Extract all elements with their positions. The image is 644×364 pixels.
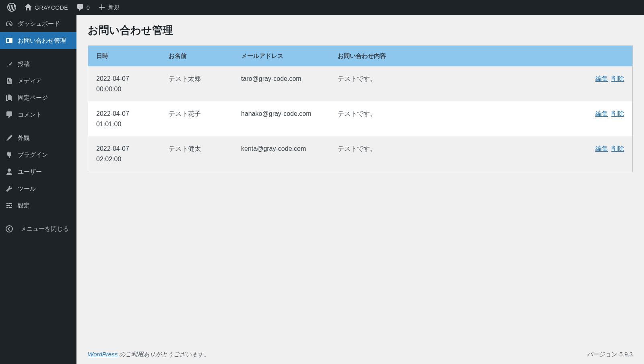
- sidebar-item-users[interactable]: ユーザー: [0, 163, 76, 180]
- comment-icon: [76, 3, 84, 12]
- sidebar-item-label: コメント: [18, 111, 42, 119]
- dashboard-icon: [5, 19, 14, 28]
- sidebar-item-label: 投稿: [18, 60, 30, 68]
- table-header-row: 日時 お名前 メールアドレス お問い合わせ内容: [88, 46, 632, 66]
- table-row: 2022-04-0700:00:00テスト太郎taro@gray-code.co…: [88, 66, 632, 101]
- pin-icon: [5, 60, 14, 68]
- cell-actions: 編集削除: [568, 136, 632, 171]
- col-header-actions: [568, 46, 632, 66]
- cell-actions: 編集削除: [568, 66, 632, 101]
- page-icon: [5, 93, 14, 102]
- sidebar-item-appearance[interactable]: 外観: [0, 130, 76, 146]
- col-header-content: お問い合わせ内容: [330, 46, 568, 66]
- table-row: 2022-04-0701:01:00テスト花子hanako@gray-code.…: [88, 101, 632, 136]
- user-icon: [5, 167, 14, 176]
- table-row: 2022-04-0702:02:00テスト健太kenta@gray-code.c…: [88, 136, 632, 171]
- sidebar-item-label: ダッシュボード: [18, 20, 60, 28]
- col-header-email: メールアドレス: [233, 46, 330, 66]
- cell-content: テストです。: [330, 101, 568, 136]
- site-name-link[interactable]: GRAYCODE: [20, 0, 72, 15]
- cell-email: taro@gray-code.com: [233, 66, 330, 101]
- collapse-icon: [5, 224, 14, 233]
- home-icon: [24, 3, 32, 12]
- plug-icon: [5, 150, 14, 159]
- delete-link[interactable]: 削除: [611, 145, 624, 152]
- cell-actions: 編集削除: [568, 101, 632, 136]
- comment-count: 0: [87, 4, 90, 11]
- sidebar-item-label: ツール: [18, 185, 36, 193]
- admin-bar: GRAYCODE 0 新規: [0, 0, 644, 15]
- new-content-link[interactable]: 新規: [94, 0, 124, 15]
- inquiry-table: 日時 お名前 メールアドレス お問い合わせ内容 2022-04-0700:00:…: [88, 45, 633, 172]
- sidebar-item-media[interactable]: メディア: [0, 72, 76, 89]
- cell-name: テスト花子: [161, 101, 233, 136]
- sidebar-collapse[interactable]: メニューを閉じる: [0, 220, 76, 237]
- footer-version: バージョン 5.9.3: [587, 351, 633, 358]
- comment-bubble-icon: [5, 110, 14, 119]
- sidebar-item-label: 設定: [18, 202, 30, 210]
- sidebar-item-label: ユーザー: [18, 168, 42, 176]
- footer-thanks-text: のご利用ありがとうございます。: [118, 351, 210, 358]
- footer-thanks: WordPress のご利用ありがとうございます。: [88, 351, 210, 358]
- cell-datetime: 2022-04-0701:01:00: [88, 101, 161, 136]
- plus-icon: [98, 3, 106, 12]
- wordpress-logo-icon: [7, 3, 16, 13]
- cell-email: kenta@gray-code.com: [233, 136, 330, 171]
- wrench-icon: [5, 184, 14, 193]
- sliders-icon: [5, 201, 14, 210]
- delete-link[interactable]: 削除: [611, 110, 624, 117]
- cell-email: hanako@gray-code.com: [233, 101, 330, 136]
- svg-point-0: [6, 226, 12, 232]
- sidebar-item-label: メニューを閉じる: [18, 225, 72, 233]
- cell-content: テストです。: [330, 136, 568, 171]
- sidebar-item-dashboard[interactable]: ダッシュボード: [0, 15, 76, 32]
- sidebar-item-label: お問い合わせ管理: [18, 37, 66, 45]
- sidebar-item-comments[interactable]: コメント: [0, 106, 76, 123]
- wp-logo-menu[interactable]: [3, 0, 20, 15]
- cell-name: テスト健太: [161, 136, 233, 171]
- admin-sidebar: ダッシュボード お問い合わせ管理 投稿 メディア 固定ページ コメント 外観: [0, 15, 76, 364]
- sidebar-item-label: メディア: [18, 77, 42, 85]
- sidebar-item-plugins[interactable]: プラグイン: [0, 146, 76, 163]
- main-content: お問い合わせ管理 日時 お名前 メールアドレス お問い合わせ内容 2022-04…: [76, 15, 644, 364]
- sidebar-item-pages[interactable]: 固定ページ: [0, 89, 76, 106]
- cell-datetime: 2022-04-0700:00:00: [88, 66, 161, 101]
- brush-icon: [5, 134, 14, 142]
- sidebar-item-label: 外観: [18, 134, 30, 142]
- comments-link[interactable]: 0: [72, 0, 94, 15]
- delete-link[interactable]: 削除: [611, 75, 624, 82]
- edit-link[interactable]: 編集: [595, 145, 608, 152]
- wordpress-link[interactable]: WordPress: [88, 351, 118, 358]
- cell-name: テスト太郎: [161, 66, 233, 101]
- id-card-icon: [5, 36, 14, 45]
- sidebar-item-label: 固定ページ: [18, 94, 48, 102]
- sidebar-item-settings[interactable]: 設定: [0, 197, 76, 214]
- site-name-label: GRAYCODE: [35, 4, 68, 11]
- edit-link[interactable]: 編集: [595, 110, 608, 117]
- edit-link[interactable]: 編集: [595, 75, 608, 82]
- page-title: お問い合わせ管理: [88, 23, 633, 37]
- new-label: 新規: [108, 4, 120, 11]
- col-header-name: お名前: [161, 46, 233, 66]
- admin-footer: WordPress のご利用ありがとうございます。 バージョン 5.9.3: [88, 351, 633, 358]
- sidebar-item-inquiries[interactable]: お問い合わせ管理: [0, 32, 76, 49]
- media-icon: [5, 76, 14, 85]
- sidebar-item-posts[interactable]: 投稿: [0, 56, 76, 72]
- col-header-datetime: 日時: [88, 46, 161, 66]
- sidebar-item-label: プラグイン: [18, 151, 48, 159]
- cell-content: テストです。: [330, 66, 568, 101]
- cell-datetime: 2022-04-0702:02:00: [88, 136, 161, 171]
- sidebar-item-tools[interactable]: ツール: [0, 180, 76, 197]
